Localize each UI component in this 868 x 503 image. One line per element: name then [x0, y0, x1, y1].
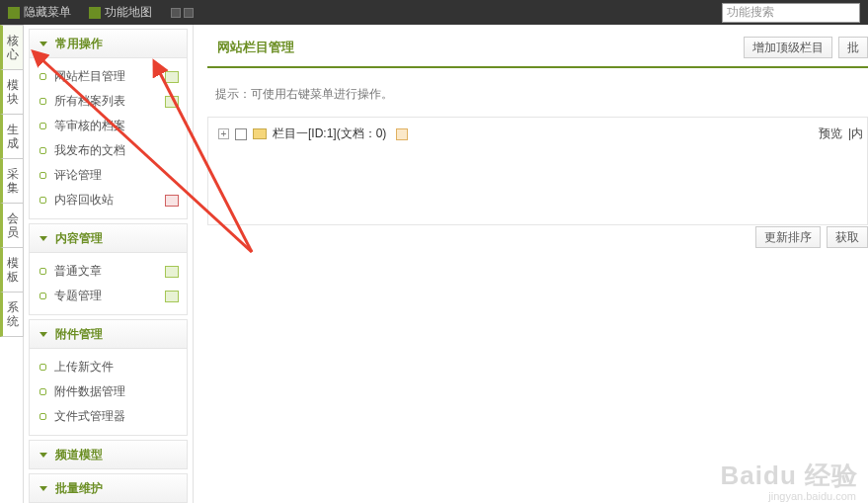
doc-icon: [165, 266, 179, 278]
add-top-column-button[interactable]: 增加顶级栏目: [744, 37, 832, 58]
bullet-icon: [39, 172, 46, 179]
tree-panel: + 栏目一[ID:1](文档：0) 预览 |内: [207, 117, 868, 225]
edit-icon[interactable]: [396, 128, 408, 140]
vertical-tabs: 核心 模块 生成 采集 会员 模板 系统: [0, 25, 24, 503]
bullet-icon: [39, 123, 46, 129]
main-content: 网站栏目管理 增加顶级栏目 批 提示：可使用右键菜单进行操作。 + 栏目一[ID…: [194, 25, 868, 503]
mini-dot[interactable]: [171, 8, 181, 18]
menu-pending-review[interactable]: 等审核的档案: [30, 114, 187, 138]
group-title: 附件管理: [55, 326, 103, 343]
vtab-generate[interactable]: 生成: [0, 114, 24, 159]
vtab-system[interactable]: 系统: [0, 292, 24, 337]
menu-normal-article[interactable]: 普通文章: [30, 259, 187, 284]
chevron-down-icon: [39, 486, 47, 491]
group-common-ops-body: 网站栏目管理 所有档案列表 等审核的档案 我发布的文档 评论管理 内容回收站: [29, 58, 188, 219]
sidebar: 常用操作 网站栏目管理 所有档案列表 等审核的档案 我发布的文档 评论管理 内容…: [24, 25, 194, 503]
grid-icon: [8, 7, 20, 19]
bullet-icon: [39, 413, 46, 420]
menu-comments[interactable]: 评论管理: [30, 163, 187, 188]
group-batch-maint[interactable]: 批量维护: [29, 473, 188, 503]
menu-attachment-data[interactable]: 附件数据管理: [30, 379, 187, 404]
chevron-down-icon: [39, 42, 47, 46]
doc-icon: [165, 71, 179, 83]
vtab-collect[interactable]: 采集: [0, 158, 24, 204]
group-title: 频道模型: [55, 447, 103, 463]
group-title: 批量维护: [55, 480, 103, 497]
mini-dots: [171, 8, 194, 18]
hint-text: 提示：可使用右键菜单进行操作。: [207, 68, 868, 117]
group-attachment-mgmt[interactable]: 附件管理: [29, 319, 188, 349]
update-sort-button[interactable]: 更新排序: [755, 226, 821, 248]
menu-topic-mgmt[interactable]: 专题管理: [30, 284, 187, 308]
search-input[interactable]: 功能搜索: [722, 3, 860, 23]
bottom-buttons: 更新排序 获取: [755, 226, 868, 248]
checkbox[interactable]: [235, 128, 247, 140]
expand-icon[interactable]: +: [218, 128, 229, 139]
bullet-icon: [39, 388, 46, 395]
group-title: 内容管理: [55, 230, 103, 247]
vtab-module[interactable]: 模块: [0, 69, 24, 115]
chevron-down-icon: [39, 332, 47, 337]
hide-menu-button[interactable]: 隐藏菜单: [8, 4, 71, 21]
bullet-icon: [39, 268, 46, 275]
vtab-member[interactable]: 会员: [0, 203, 24, 248]
group-title: 常用操作: [55, 36, 103, 52]
title-buttons: 增加顶级栏目 批: [744, 37, 868, 58]
menu-my-docs[interactable]: 我发布的文档: [30, 138, 187, 163]
menu-file-manager[interactable]: 文件式管理器: [30, 404, 187, 429]
vtab-template[interactable]: 模板: [0, 247, 24, 293]
page-title-row: 网站栏目管理 增加顶级栏目 批: [207, 37, 868, 68]
hide-menu-label: 隐藏菜单: [24, 4, 71, 21]
grid-icon: [89, 7, 101, 19]
chevron-down-icon: [39, 236, 47, 241]
doc-icon: [165, 291, 179, 302]
bullet-icon: [39, 197, 46, 204]
func-map-label: 功能地图: [105, 4, 152, 21]
folder-icon: [253, 128, 267, 139]
group-attachment-mgmt-body: 上传新文件 附件数据管理 文件式管理器: [29, 349, 188, 436]
tree-label: 栏目一[ID:1](文档：0): [273, 126, 386, 142]
tree-row[interactable]: + 栏目一[ID:1](文档：0): [218, 126, 857, 142]
group-content-mgmt-body: 普通文章 专题管理: [29, 253, 188, 315]
shield-icon: [165, 195, 179, 207]
menu-recycle[interactable]: 内容回收站: [30, 188, 187, 212]
group-channel-model[interactable]: 频道模型: [29, 440, 188, 469]
menu-all-archives[interactable]: 所有档案列表: [30, 89, 187, 114]
bullet-icon: [39, 364, 46, 371]
bullet-icon: [39, 98, 46, 105]
get-button[interactable]: 获取: [827, 226, 868, 248]
chevron-down-icon: [39, 453, 47, 458]
mini-dot[interactable]: [184, 8, 194, 18]
menu-site-columns[interactable]: 网站栏目管理: [30, 64, 187, 89]
group-content-mgmt[interactable]: 内容管理: [29, 223, 188, 253]
preview-link[interactable]: 预览: [819, 126, 842, 142]
extra-action[interactable]: |内: [848, 126, 863, 142]
search-placeholder: 功能搜索: [727, 4, 774, 21]
menu-upload-file[interactable]: 上传新文件: [30, 355, 187, 379]
page-title: 网站栏目管理: [217, 39, 294, 56]
group-common-ops[interactable]: 常用操作: [29, 29, 188, 58]
batch-button[interactable]: 批: [838, 37, 868, 58]
bullet-icon: [39, 147, 46, 154]
doc-icon: [165, 96, 179, 108]
func-map-button[interactable]: 功能地图: [89, 4, 152, 21]
top-bar: 隐藏菜单 功能地图 功能搜索: [0, 0, 868, 25]
bullet-icon: [39, 73, 46, 80]
row-actions: 预览 |内: [819, 126, 863, 142]
bullet-icon: [39, 293, 46, 299]
vtab-core[interactable]: 核心: [0, 25, 24, 70]
